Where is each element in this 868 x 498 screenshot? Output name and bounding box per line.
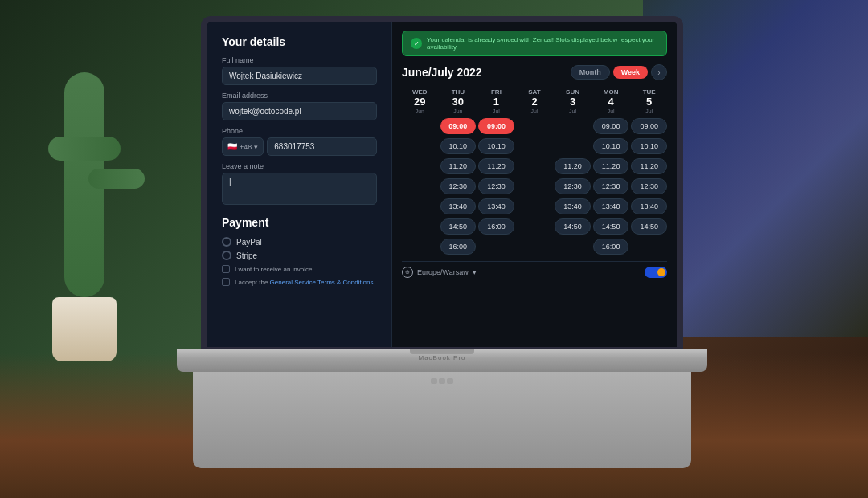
note-textarea[interactable]: | (222, 173, 377, 205)
slot-sun-1600 (555, 239, 591, 255)
slot-fri-1600[interactable]: 16:00 (478, 218, 514, 235)
invoice-label: I want to receive an invoice (235, 266, 313, 273)
day-header-sat: Sat 2 Jul (517, 87, 553, 116)
slot-sun-1450[interactable]: 14:50 (555, 218, 591, 235)
view-buttons: Month Week › (571, 64, 667, 80)
phone-flag-selector[interactable]: 🇵🇱 +48 ▾ (222, 137, 264, 156)
slot-mon-1600[interactable]: 16:00 (593, 239, 629, 255)
slot-wed-1010 (402, 138, 438, 154)
invoice-checkbox[interactable] (222, 265, 230, 273)
slot-fri-1120[interactable]: 11:20 (478, 158, 514, 174)
left-panel: Your details Full name Wojtek Dasiukiewi… (207, 22, 392, 347)
slot-tue-1600 (631, 239, 667, 255)
calendar-footer: ⊕ Europe/Warsaw ▾ (402, 261, 667, 278)
slot-tue-1450[interactable]: 14:50 (631, 218, 667, 235)
stripe-label: Stripe (236, 251, 257, 260)
slot-mon-1010[interactable]: 10:10 (593, 138, 629, 154)
slot-thu-1600[interactable]: 16:00 (440, 239, 477, 255)
slot-wed-1340 (402, 198, 438, 214)
slot-tue-0900[interactable]: 09:00 (631, 118, 667, 134)
slot-thu-1340[interactable]: 13:40 (440, 198, 477, 214)
day-header-mon: Mon 4 Jul (593, 87, 629, 116)
payment-section: Payment PayPal Stripe I want to receive … (222, 216, 377, 286)
day-header-tue: Tue 5 Jul (631, 87, 667, 116)
phone-input[interactable]: 683017753 (267, 137, 377, 156)
your-details-title: Your details (222, 35, 377, 48)
day-header-thu: Thu 30 Jun (440, 87, 477, 116)
terms-checkbox[interactable] (222, 278, 230, 286)
next-week-arrow[interactable]: › (651, 64, 667, 80)
success-icon: ✓ (411, 38, 422, 49)
slot-fri-1600b (478, 239, 514, 255)
bg-cactus (16, 40, 177, 378)
week-view-button[interactable]: Week (613, 66, 648, 79)
calendar-header: June/July 2022 Month Week › (402, 64, 667, 80)
terms-link[interactable]: General Service Terms & Conditions (270, 279, 374, 286)
slot-sun-1340[interactable]: 13:40 (555, 198, 591, 214)
slot-fri-0900[interactable]: 09:00 (478, 118, 514, 134)
slot-mon-1120[interactable]: 11:20 (593, 158, 629, 174)
invoice-checkbox-option[interactable]: I want to receive an invoice (222, 265, 377, 273)
slot-fri-1010[interactable]: 10:10 (478, 138, 514, 154)
slot-sun-1010 (555, 138, 591, 154)
paypal-radio[interactable] (222, 237, 231, 247)
slot-tue-1230[interactable]: 12:30 (631, 178, 667, 194)
note-cursor: | (229, 178, 231, 186)
slot-thu-1450[interactable]: 14:50 (440, 218, 477, 235)
dropdown-arrow: ▾ (254, 143, 258, 151)
success-banner: ✓ Your calendar is already synced with Z… (402, 31, 667, 56)
macbook: Your details Full name Wojtek Dasiukiewi… (177, 16, 707, 466)
phone-row: 🇵🇱 +48 ▾ 683017753 (222, 137, 377, 156)
globe-icon: ⊕ (402, 267, 413, 278)
terms-label: I accept the General Service Terms & Con… (235, 279, 373, 286)
screen-bezel: Your details Full name Wojtek Dasiukiewi… (201, 16, 683, 353)
paypal-label: PayPal (236, 238, 262, 247)
slot-thu-0900[interactable]: 09:00 (440, 118, 477, 134)
slot-tue-1010[interactable]: 10:10 (631, 138, 667, 154)
slot-fri-1340[interactable]: 13:40 (478, 198, 514, 214)
slot-sun-1230[interactable]: 12:30 (555, 178, 591, 194)
slot-sat-1230 (517, 178, 553, 194)
day-header-wed: Wed 29 Jun (402, 87, 438, 116)
toggle-track[interactable] (645, 267, 667, 278)
slot-mon-1340[interactable]: 13:40 (593, 198, 629, 214)
slot-tue-1340[interactable]: 13:40 (631, 198, 667, 214)
email-input[interactable]: wojtek@octocode.pl (222, 102, 377, 120)
slot-mon-1450[interactable]: 14:50 (593, 218, 629, 235)
slot-thu-1230[interactable]: 12:30 (440, 178, 477, 194)
timezone-dropdown-arrow: ▾ (473, 268, 477, 276)
slot-sat-1450 (517, 218, 553, 235)
timezone-selector[interactable]: ⊕ Europe/Warsaw ▾ (402, 267, 477, 278)
toggle-thumb (657, 268, 665, 276)
stripe-option[interactable]: Stripe (222, 251, 377, 260)
note-label: Leave a note (222, 162, 377, 170)
slot-mon-1230[interactable]: 12:30 (593, 178, 629, 194)
slot-sat-0900 (517, 118, 553, 134)
calendar-grid: Wed 29 Jun Thu 30 Jun Fri 1 Jul (402, 87, 667, 256)
day-header-sun: Sun 3 Jul (555, 87, 591, 116)
terms-checkbox-option[interactable]: I accept the General Service Terms & Con… (222, 278, 377, 286)
slot-wed-0900 (402, 118, 438, 134)
phone-label: Phone (222, 127, 377, 135)
slot-thu-1010[interactable]: 10:10 (440, 138, 477, 154)
stripe-radio[interactable] (222, 251, 231, 260)
slot-fri-1230[interactable]: 12:30 (478, 178, 514, 194)
paypal-option[interactable]: PayPal (222, 237, 377, 247)
month-view-button[interactable]: Month (571, 65, 610, 80)
slot-thu-1120[interactable]: 11:20 (440, 158, 477, 174)
slot-sat-1340 (517, 198, 553, 214)
slot-mon-0900[interactable]: 09:00 (593, 118, 629, 134)
full-name-input[interactable]: Wojtek Dasiukiewicz (222, 67, 377, 85)
month-title: June/July 2022 (402, 66, 482, 79)
phone-code: +48 (240, 143, 252, 151)
slot-wed-1450 (402, 218, 438, 235)
screen-content: Your details Full name Wojtek Dasiukiewi… (207, 22, 677, 347)
theme-toggle[interactable] (645, 267, 667, 278)
slot-sun-1120[interactable]: 11:20 (555, 158, 591, 174)
payment-title: Payment (222, 216, 377, 229)
keyboard-area (193, 372, 691, 468)
day-header-fri: Fri 1 Jul (478, 87, 514, 116)
timezone-label: Europe/Warsaw (417, 268, 469, 276)
slot-tue-1120[interactable]: 11:20 (631, 158, 667, 174)
success-message: Your calendar is already synced with Zen… (427, 36, 658, 51)
